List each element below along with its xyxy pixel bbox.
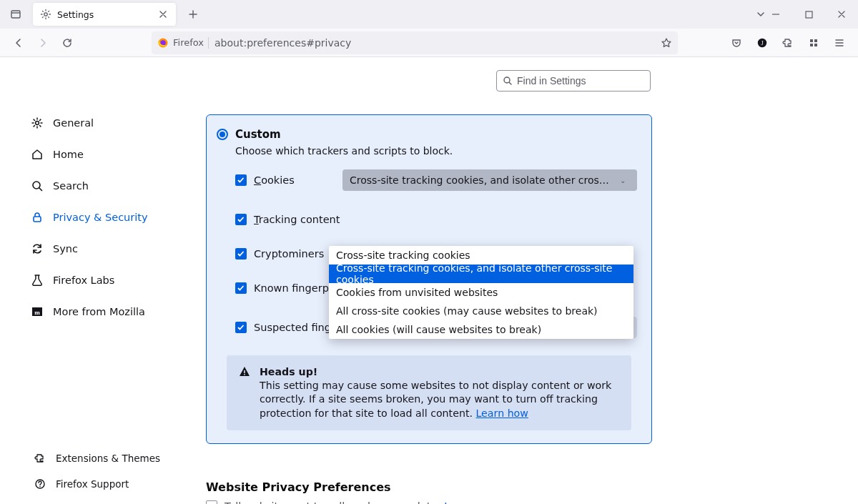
panel-title: Custom (235, 128, 281, 141)
maximize-button[interactable] (792, 0, 825, 29)
sidebar-item-more-mozilla[interactable]: m More from Mozilla (29, 296, 186, 327)
svg-rect-9 (810, 39, 813, 42)
warning-box: Heads up! This setting may cause some we… (227, 355, 631, 430)
account-button[interactable]: J (751, 31, 774, 54)
svg-point-2 (44, 13, 47, 16)
checkbox-suspected-fp[interactable] (235, 322, 247, 333)
bookmark-star-icon[interactable] (661, 37, 672, 49)
sidebar-item-extensions[interactable]: Extensions & Themes (31, 445, 186, 471)
checkbox-known-fp[interactable] (235, 282, 247, 294)
checkbox-do-not-sell[interactable] (206, 500, 217, 504)
url-bar[interactable]: Firefox about:preferences#privacy (152, 31, 678, 54)
warning-title: Heads up! (260, 366, 317, 377)
section-row: Tell websites not to sell or share my da… (206, 500, 503, 504)
gear-icon (30, 116, 44, 130)
option-cookies-row: Cookies Cross-site tracking cookies, and… (235, 169, 641, 191)
apps-button[interactable] (802, 31, 825, 54)
browser-tab[interactable]: Settings (33, 3, 176, 26)
mozilla-icon: m (30, 305, 44, 319)
settings-search-input[interactable] (517, 75, 644, 87)
radio-custom[interactable] (217, 129, 228, 140)
svg-rect-4 (806, 11, 812, 18)
svg-text:m: m (34, 309, 40, 316)
warning-icon (238, 365, 251, 420)
lock-icon (30, 210, 44, 224)
sidebar-item-privacy[interactable]: Privacy & Security (29, 202, 186, 233)
svg-line-17 (509, 82, 511, 84)
checkbox-tracking[interactable] (235, 214, 247, 225)
sidebar-item-label: Home (53, 149, 84, 160)
tab-title: Settings (57, 9, 152, 20)
sidebar-item-label: Firefox Support (56, 478, 129, 490)
sidebar-item-labs[interactable]: Firefox Labs (29, 265, 186, 296)
row-label: Tell websites not to sell or share my da… (225, 500, 437, 504)
svg-line-20 (39, 188, 42, 191)
sidebar-item-search[interactable]: Search (29, 170, 186, 202)
checkbox-cookies[interactable] (235, 174, 247, 186)
forward-button[interactable] (31, 31, 54, 54)
svg-rect-12 (814, 44, 817, 46)
extensions-button[interactable] (776, 31, 799, 54)
learn-how-link[interactable]: Learn how (475, 407, 528, 419)
svg-text:J: J (761, 40, 763, 46)
help-icon (33, 477, 47, 491)
sidebar-item-home[interactable]: Home (29, 139, 186, 170)
dropdown-option[interactable]: Cookies from unvisited websites (329, 283, 633, 302)
svg-rect-27 (244, 370, 245, 373)
cookies-dropdown-menu: Cross-site tracking cookies Cross-site t… (329, 246, 633, 339)
sidebar-item-sync[interactable]: Sync (29, 233, 186, 265)
browser-toolbar: Firefox about:preferences#privacy J (0, 29, 858, 57)
dropdown-option[interactable]: All cross-site cookies (may cause websit… (329, 302, 633, 320)
dropdown-option[interactable]: Cross-site tracking cookies, and isolate… (329, 265, 633, 283)
sidebar-item-label: More from Mozilla (53, 306, 145, 317)
puzzle-icon (33, 451, 47, 465)
svg-point-18 (36, 122, 39, 125)
firefox-logo-icon (157, 37, 169, 49)
sidebar-item-label: Extensions & Themes (56, 453, 160, 464)
sync-icon (30, 242, 44, 256)
sidebar-item-label: General (53, 117, 94, 129)
sidebar-item-general[interactable]: General (29, 107, 186, 139)
sidebar-item-support[interactable]: Firefox Support (31, 471, 186, 497)
search-icon (30, 179, 44, 193)
option-label: Tracking content (254, 214, 340, 225)
minimize-button[interactable] (759, 0, 792, 29)
svg-rect-28 (244, 374, 245, 375)
sidebar-item-label: Sync (53, 243, 78, 255)
dropdown-selected: Cross-site tracking cookies, and isolate… (350, 174, 614, 186)
close-icon[interactable] (157, 9, 169, 20)
close-window-button[interactable] (825, 0, 858, 29)
window-titlebar: Settings (0, 0, 858, 29)
svg-rect-10 (814, 39, 817, 42)
sidebar-item-label: Privacy & Security (53, 212, 148, 223)
divider (208, 37, 209, 49)
sidebar-bottom: Extensions & Themes Firefox Support (0, 445, 186, 497)
new-tab-button[interactable] (183, 4, 203, 24)
settings-search[interactable] (496, 70, 651, 92)
home-icon (30, 147, 44, 162)
pocket-button[interactable] (725, 31, 748, 54)
dropdown-option[interactable]: All cookies (will cause websites to brea… (329, 320, 633, 339)
app-menu-button[interactable] (828, 31, 851, 54)
svg-rect-21 (34, 217, 41, 222)
checkbox-cryptominers[interactable] (235, 248, 247, 260)
svg-point-26 (39, 486, 41, 488)
gear-icon (40, 9, 51, 20)
titlebar-spacer-icon[interactable] (6, 4, 26, 24)
url-text: about:preferences#privacy (214, 37, 351, 49)
panel-subtitle: Choose which trackers and scripts to blo… (235, 145, 641, 157)
option-label: Cookies (254, 174, 295, 186)
chevron-down-icon: ⌄ (620, 177, 626, 184)
section-heading: Website Privacy Preferences (206, 480, 391, 494)
sidebar-item-label: Search (53, 180, 89, 192)
learn-more-link[interactable]: Learn more (444, 500, 503, 504)
svg-rect-0 (11, 11, 20, 18)
flask-icon (30, 273, 44, 287)
cookies-dropdown-button[interactable]: Cross-site tracking cookies, and isolate… (342, 169, 637, 191)
svg-rect-11 (810, 44, 813, 46)
reload-button[interactable] (56, 31, 79, 54)
sidebar-item-label: Firefox Labs (53, 275, 114, 286)
search-icon (503, 76, 513, 86)
settings-sidebar: General Home Search Privacy & Security S… (0, 107, 186, 327)
back-button[interactable] (7, 31, 30, 54)
